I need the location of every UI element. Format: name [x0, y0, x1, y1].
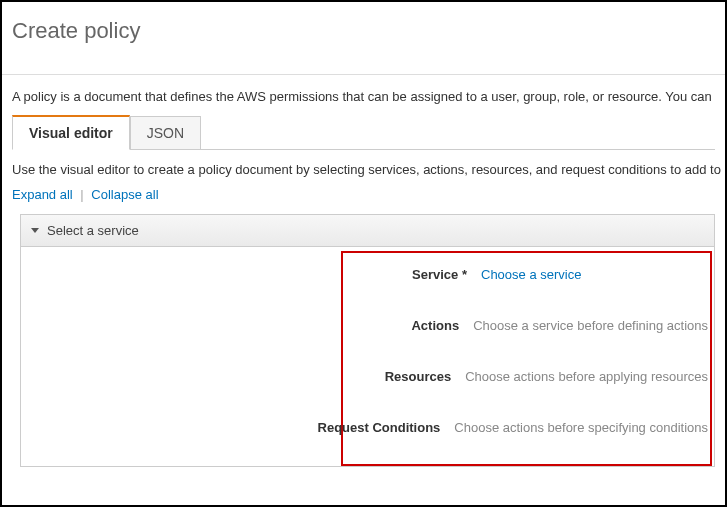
page-title: Create policy [12, 14, 715, 74]
row-actions: Actions Choose a service before defining… [21, 318, 708, 333]
collapse-all-link[interactable]: Collapse all [91, 187, 158, 202]
accordion-body: Service * Choose a service Actions Choos… [20, 247, 715, 467]
label-resources: Resources [21, 369, 465, 384]
row-resources: Resources Choose actions before applying… [21, 369, 708, 384]
value-conditions: Choose actions before specifying conditi… [454, 420, 708, 435]
label-service: Service * [21, 267, 481, 282]
label-actions: Actions [21, 318, 473, 333]
row-conditions: Request Conditions Choose actions before… [21, 420, 708, 435]
link-divider: | [80, 187, 83, 202]
expand-all-link[interactable]: Expand all [12, 187, 73, 202]
choose-service-link[interactable]: Choose a service [481, 267, 708, 282]
caret-down-icon [31, 228, 39, 233]
divider-line [2, 74, 725, 75]
row-service: Service * Choose a service [21, 267, 708, 282]
tabs-bar: Visual editor JSON [12, 114, 715, 150]
expand-collapse-row: Expand all | Collapse all [12, 187, 715, 202]
value-resources: Choose actions before applying resources [465, 369, 708, 384]
label-conditions: Request Conditions [21, 420, 454, 435]
intro-text: A policy is a document that defines the … [12, 89, 715, 104]
tab-json[interactable]: JSON [130, 116, 201, 150]
accordion-title: Select a service [47, 223, 139, 238]
tab-visual-editor[interactable]: Visual editor [12, 115, 130, 150]
sub-intro-text: Use the visual editor to create a policy… [12, 162, 715, 177]
accordion-select-service[interactable]: Select a service [20, 214, 715, 247]
value-actions: Choose a service before defining actions [473, 318, 708, 333]
